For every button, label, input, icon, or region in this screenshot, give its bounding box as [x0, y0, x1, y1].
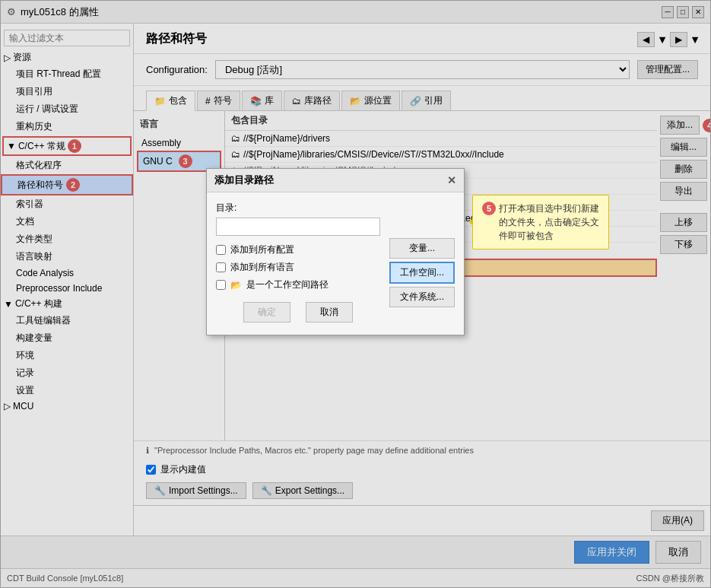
dialog-checkbox1-row: 添加到所有配置: [216, 243, 380, 256]
dialog-checkbox3-label: 是一个工作空间路径: [246, 278, 329, 291]
variable-button[interactable]: 变量...: [389, 238, 455, 259]
dialog-ok-button[interactable]: 确定: [243, 302, 290, 323]
dialog-dir-input[interactable]: [216, 218, 380, 236]
dialog-body: 目录: 添加到所有配置 添加到所有语言 📂 是一个工作空间路径: [207, 192, 464, 335]
callout: 5 打开本项目选中我们新建的文件夹，点击确定头文件即可被包含: [472, 195, 609, 250]
dialog-checkbox3-row: 📂 是一个工作空间路径: [216, 278, 380, 291]
dialog-checkbox3[interactable]: [216, 280, 226, 290]
workspace-button[interactable]: 工作空间...: [389, 262, 455, 284]
dialog-cancel-button[interactable]: 取消: [306, 302, 353, 323]
dialog-checkbox2-label: 添加到所有语言: [230, 261, 294, 274]
dialog-dir-label: 目录:: [216, 202, 380, 215]
dialog-dir-row: 目录:: [216, 202, 380, 236]
dialog-checkbox2[interactable]: [216, 262, 226, 272]
dialog-checkbox2-row: 添加到所有语言: [216, 261, 380, 274]
callout-text: 打开本项目选中我们新建的文件夹，点击确定头文件即可被包含: [499, 202, 599, 243]
main-window: ⚙ myL051c8 的属性 ─ □ ✕ ▷ 资源 项目 RT-Thread 配…: [0, 0, 711, 588]
callout-badge: 5: [482, 202, 496, 215]
dialog-overlay: 添加目录路径 ✕ 目录: 添加到所有配置 添加到所有语言 📂: [1, 1, 710, 587]
dialog-side-buttons: 变量... 工作空间... 文件系统...: [389, 238, 455, 307]
dialog-checkbox1[interactable]: [216, 245, 226, 255]
dialog-title-bar: 添加目录路径 ✕: [207, 169, 464, 192]
dialog-close-button[interactable]: ✕: [447, 174, 456, 186]
filesystem-button[interactable]: 文件系统...: [389, 287, 455, 307]
dialog-bottom-buttons: 确定 取消: [216, 296, 380, 326]
dialog-folder-icon: 📂: [230, 280, 242, 291]
add-directory-dialog: 添加目录路径 ✕ 目录: 添加到所有配置 添加到所有语言 📂: [206, 168, 465, 335]
dialog-title-text: 添加目录路径: [214, 173, 274, 187]
dialog-checkbox1-label: 添加到所有配置: [230, 243, 294, 256]
